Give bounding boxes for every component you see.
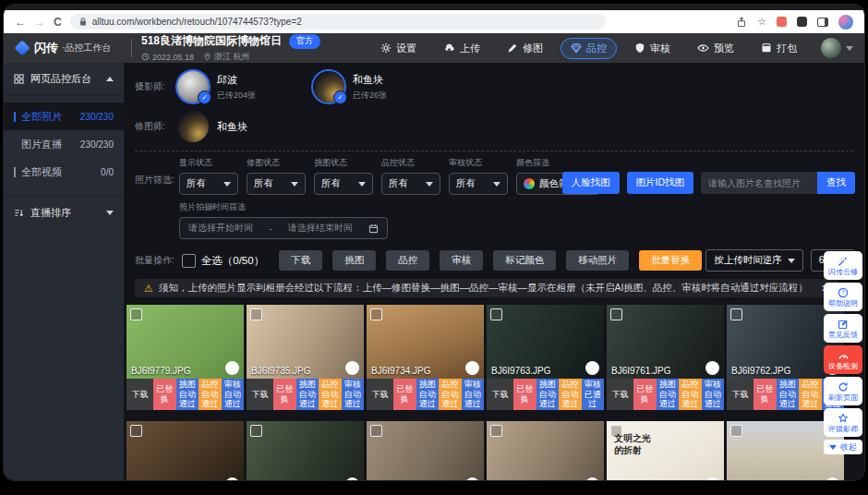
photo-badge-下载[interactable]: 下载: [607, 379, 633, 410]
photo-badge-审核自动通过[interactable]: 审核自动通过: [702, 379, 725, 410]
forward-icon[interactable]: →: [34, 17, 45, 28]
photo-thumbnail[interactable]: BJ6I9759.JPG: [247, 421, 364, 480]
sidebar-item-图片直播[interactable]: 图片直播230/230: [4, 130, 124, 158]
filter-dropdown-box[interactable]: 所有: [247, 173, 306, 195]
float-button-意见反馈[interactable]: 意见反馈: [824, 314, 862, 343]
photo-badge-挑图自动通过[interactable]: 挑图自动通过: [176, 379, 199, 410]
photo-badge-品控自动通过[interactable]: 品控自动通过: [439, 379, 462, 410]
photo-thumbnail[interactable]: 文明之光 的折射微信图片_202205…: [607, 421, 724, 480]
select-circle[interactable]: [826, 477, 839, 480]
filter-dropdown-box[interactable]: 所有: [179, 173, 238, 195]
photo-badge-挑图自动通过[interactable]: 挑图自动通过: [296, 379, 319, 410]
float-button-闪传云修[interactable]: 闪传云修: [824, 251, 862, 280]
photo-badge-品控自动通过[interactable]: 品控自动通过: [679, 379, 702, 410]
select-circle[interactable]: [465, 477, 479, 480]
photo-badge-下载[interactable]: 下载: [367, 379, 393, 410]
batch-replace-button[interactable]: 批量替换: [639, 250, 702, 271]
select-circle[interactable]: [225, 477, 239, 480]
batch-button-审核[interactable]: 审核: [440, 250, 483, 271]
photo-badge-品控自动通过[interactable]: 品控自动通过: [799, 379, 822, 410]
nav-item-设置[interactable]: 设置: [371, 38, 426, 59]
float-button-评摄影师[interactable]: 评摄影师: [824, 408, 862, 437]
extension-red-icon[interactable]: [777, 17, 787, 27]
select-circle[interactable]: [705, 477, 719, 480]
photo-thumbnail[interactable]: BJ6I9779.JPG: [127, 305, 244, 379]
nav-item-审核[interactable]: 审核: [625, 38, 680, 59]
photo-badge-挑图自动通过[interactable]: 挑图自动通过: [657, 379, 680, 410]
float-button-刷新页面[interactable]: 刷新页面: [824, 377, 862, 405]
select-all-label[interactable]: 全选（0/50）: [201, 254, 264, 268]
select-circle[interactable]: [345, 477, 359, 480]
image-id-search-button[interactable]: 图片ID找图: [627, 172, 694, 194]
photo-badge-品控自动通过[interactable]: 品控自动通过: [199, 379, 222, 410]
select-circle[interactable]: [345, 361, 359, 375]
select-circle[interactable]: [585, 477, 599, 480]
nav-item-打包[interactable]: 打包: [752, 38, 806, 59]
photo-badge-审核自动通过[interactable]: 审核自动通过: [462, 379, 485, 410]
url-bar[interactable]: alltuu.com/workbench/retouch/1074744573?…: [70, 14, 606, 30]
select-circle[interactable]: [465, 361, 479, 375]
photo-checkbox[interactable]: [130, 308, 142, 320]
photo-checkbox[interactable]: [250, 308, 262, 320]
photo-badge-已替换[interactable]: 已替换: [633, 379, 657, 410]
sidebar-item-全部照片[interactable]: 全部照片230/230: [4, 103, 124, 130]
sidebar-section-header[interactable]: 网页品控后台: [4, 63, 124, 95]
photographer[interactable]: ✓和鱼块已传26张: [313, 71, 387, 103]
back-icon[interactable]: ←: [15, 17, 26, 28]
photo-badge-审核自动通过[interactable]: 审核自动通过: [342, 379, 365, 410]
batch-button-挑图[interactable]: 挑图: [332, 250, 376, 271]
extensions-icon[interactable]: [797, 17, 807, 27]
user-menu[interactable]: [821, 38, 853, 58]
photo-badge-品控自动通过[interactable]: 品控自动通过: [559, 379, 582, 410]
photo-thumbnail[interactable]: BJ6I9761.JPG: [607, 305, 724, 379]
search-input[interactable]: [701, 172, 817, 194]
photo-thumbnail[interactable]: BJ6I9756.JPG: [487, 421, 604, 480]
app-logo[interactable]: 闪传 ·品控工作台: [15, 40, 122, 56]
side-panel-icon[interactable]: [817, 18, 828, 27]
photo-thumbnail[interactable]: BJ6I9735.JPG: [247, 305, 364, 379]
photo-checkbox[interactable]: [130, 425, 142, 437]
face-search-button[interactable]: 人脸找图: [562, 172, 620, 194]
filter-dropdown-box[interactable]: 所有: [381, 173, 440, 195]
nav-item-预览[interactable]: 预览: [688, 38, 743, 59]
photo-badge-审核自动通过[interactable]: 审核自动通过: [222, 379, 245, 410]
sidebar-item-live-sort[interactable]: 直播排序: [4, 195, 124, 229]
filter-dropdown-box[interactable]: 所有: [314, 173, 373, 195]
select-all-checkbox[interactable]: [182, 254, 196, 268]
photo-badge-审核已通过[interactable]: 审核已通过: [582, 379, 605, 410]
photo-badge-挑图自动通过[interactable]: 挑图自动通过: [416, 379, 440, 410]
nav-item-品控[interactable]: 品控: [561, 38, 617, 59]
photo-badge-已替换[interactable]: 已替换: [393, 379, 416, 410]
photographer[interactable]: ✓邱波已传204张: [177, 71, 256, 103]
batch-button-移动照片[interactable]: 移动照片: [566, 250, 629, 271]
photo-thumbnail[interactable]: BJ6I9755.JPG: [367, 421, 484, 480]
user-avatar[interactable]: [821, 38, 841, 58]
photo-badge-已替换[interactable]: 已替换: [273, 379, 296, 410]
select-circle[interactable]: [225, 361, 239, 375]
photo-badge-下载[interactable]: 下载: [127, 379, 153, 410]
photo-badge-挑图自动通过[interactable]: 挑图自动通过: [777, 379, 800, 410]
reload-icon[interactable]: C: [54, 17, 62, 28]
select-circle[interactable]: [585, 361, 599, 375]
photo-badge-品控自动通过[interactable]: 品控自动通过: [319, 379, 342, 410]
batch-button-下载[interactable]: 下载: [279, 250, 322, 271]
float-button-帮助说明[interactable]: ?帮助说明: [824, 283, 862, 311]
sidebar-item-全部视频[interactable]: 全部视频0/0: [4, 158, 124, 186]
photo-badge-已替换[interactable]: 已替换: [753, 379, 777, 410]
photo-thumbnail[interactable]: BJ6I9763.JPG: [487, 305, 604, 379]
float-button-设备检测[interactable]: 设备检测: [824, 345, 862, 374]
bookmark-star-icon[interactable]: ☆: [757, 17, 766, 27]
photo-thumbnail[interactable]: BJ6I9758.JPG: [127, 421, 244, 480]
photo-checkbox[interactable]: [250, 425, 262, 437]
photo-checkbox[interactable]: [370, 425, 382, 437]
photo-badge-已替换[interactable]: 已替换: [153, 379, 176, 410]
photo-badge-下载[interactable]: 下载: [247, 379, 273, 410]
photo-checkbox[interactable]: [370, 308, 382, 320]
retoucher[interactable]: 和鱼块: [177, 111, 247, 142]
photo-badge-下载[interactable]: 下载: [487, 379, 513, 410]
batch-button-品控[interactable]: 品控: [386, 250, 429, 271]
sort-order-dropdown[interactable]: 按上传时间逆序: [705, 249, 803, 272]
photo-badge-下载[interactable]: 下载: [727, 379, 753, 410]
photo-checkbox[interactable]: [490, 308, 502, 320]
photo-thumbnail[interactable]: BJ6I9734.JPG: [367, 305, 484, 379]
